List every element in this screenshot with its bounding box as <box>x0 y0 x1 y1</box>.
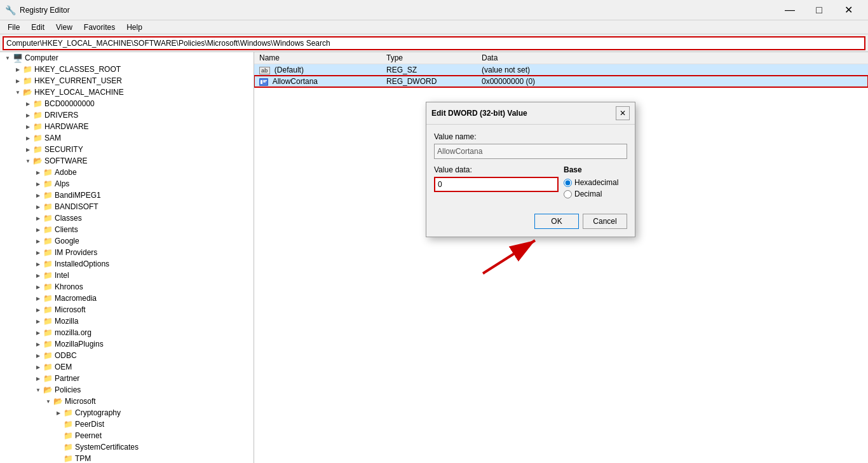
table-row[interactable]: AllowCortana REG_DWORD 0x00000000 (0) <box>254 76 868 87</box>
tree-item-mozillaplugins[interactable]: ▶ 📁 MozillaPlugins <box>0 338 254 350</box>
expand-security[interactable]: ▶ <box>23 144 33 155</box>
expand-google[interactable]: ▶ <box>33 236 43 246</box>
tree-item-mozillaorg[interactable]: ▶ 📁 mozilla.org <box>0 327 254 338</box>
expand-software[interactable]: ▼ <box>23 156 33 166</box>
tree-label-hklm: HKEY_LOCAL_MACHINE <box>34 88 124 97</box>
folder-icon-improviders: 📁 <box>43 248 53 257</box>
expand-hardware[interactable]: ▶ <box>23 121 33 132</box>
tree-item-bcd[interactable]: ▶ 📁 BCD00000000 <box>0 98 254 109</box>
menu-item-file[interactable]: File <box>3 22 25 33</box>
expand-hkcu[interactable]: ▶ <box>13 76 23 86</box>
expand-installedoptions[interactable]: ▶ <box>33 259 43 269</box>
value-data-input[interactable] <box>434 177 559 192</box>
expand-partner[interactable]: ▶ <box>33 373 43 384</box>
expand-clients[interactable]: ▶ <box>33 225 43 235</box>
address-input[interactable] <box>3 36 865 50</box>
cancel-button[interactable]: Cancel <box>583 214 627 229</box>
dialog-row: Value data: Base Hexadecimal Decimal <box>434 165 627 201</box>
tree-item-systemcerts[interactable]: ▶ 📁 SystemCertificates <box>0 441 254 453</box>
expand-odbc[interactable]: ▶ <box>33 350 43 361</box>
maximize-button[interactable]: □ <box>804 0 834 20</box>
tree-label-alps: Alps <box>55 179 69 188</box>
minimize-button[interactable]: — <box>775 0 804 20</box>
tree-item-mozilla[interactable]: ▶ 📁 Mozilla <box>0 315 254 327</box>
tree-item-security[interactable]: ▶ 📁 SECURITY <box>0 144 254 155</box>
expand-policies[interactable]: ▼ <box>33 385 43 395</box>
tree-item-drivers[interactable]: ▶ 📁 DRIVERS <box>0 109 254 121</box>
expand-computer[interactable]: ▼ <box>3 53 13 63</box>
tree-item-odbc[interactable]: ▶ 📁 ODBC <box>0 350 254 361</box>
folder-icon-intel: 📁 <box>43 271 53 280</box>
tree-item-adobe[interactable]: ▶ 📁 Adobe <box>0 167 254 178</box>
expand-mozillaorg[interactable]: ▶ <box>33 328 43 338</box>
tree-item-cryptography[interactable]: ▶ 📁 Cryptography <box>0 407 254 418</box>
tree-label-mozillaplugins: MozillaPlugins <box>55 340 104 349</box>
hexadecimal-radio[interactable] <box>564 179 572 187</box>
menu-item-favorites[interactable]: Favorites <box>79 22 120 33</box>
expand-pol-microsoft[interactable]: ▼ <box>43 396 53 406</box>
expand-cryptography[interactable]: ▶ <box>53 408 64 418</box>
expand-sam[interactable]: ▶ <box>23 133 33 143</box>
tree-item-clients[interactable]: ▶ 📁 Clients <box>0 224 254 235</box>
menu-item-edit[interactable]: Edit <box>26 22 50 33</box>
ok-button[interactable]: OK <box>534 214 579 229</box>
tree-item-hklm[interactable]: ▼ 📂 HKEY_LOCAL_MACHINE <box>0 86 254 98</box>
expand-mozillaplugins[interactable]: ▶ <box>33 339 43 349</box>
expand-bandisoft[interactable]: ▶ <box>33 202 43 212</box>
tree-item-classes[interactable]: ▶ 📁 Classes <box>0 212 254 224</box>
tree-label-oem: OEM <box>55 363 72 371</box>
tree-item-improviders[interactable]: ▶ 📁 IM Providers <box>0 247 254 258</box>
expand-adobe[interactable]: ▶ <box>33 167 43 177</box>
tree-label-bandisoft: BANDISOFT <box>55 202 98 211</box>
expand-alps[interactable]: ▶ <box>33 179 43 189</box>
tree-item-pol-microsoft[interactable]: ▼ 📂 Microsoft <box>0 396 254 407</box>
tree-item-khronos[interactable]: ▶ 📁 Khronos <box>0 281 254 293</box>
expand-macromedia[interactable]: ▶ <box>33 293 43 303</box>
menu-item-view[interactable]: View <box>51 22 78 33</box>
tree-item-policies[interactable]: ▼ 📂 Policies <box>0 384 254 396</box>
folder-icon-tpm: 📁 <box>64 454 73 463</box>
tree-item-sam[interactable]: ▶ 📁 SAM <box>0 132 254 144</box>
expand-bcd[interactable]: ▶ <box>23 99 33 109</box>
tree-label-mozilla: Mozilla <box>55 317 78 326</box>
expand-intel[interactable]: ▶ <box>33 270 43 280</box>
expand-hklm[interactable]: ▼ <box>13 87 23 97</box>
expand-oem[interactable]: ▶ <box>33 362 43 372</box>
dialog-close-button[interactable]: ✕ <box>616 106 630 120</box>
expand-hkcr[interactable]: ▶ <box>13 64 23 74</box>
decimal-radio[interactable] <box>564 190 572 198</box>
tree-item-tpm[interactable]: ▶ 📁 TPM <box>0 453 254 463</box>
expand-mozilla[interactable]: ▶ <box>33 316 43 326</box>
tree-item-installedoptions[interactable]: ▶ 📁 InstalledOptions <box>0 258 254 270</box>
expand-khronos[interactable]: ▶ <box>33 282 43 292</box>
expand-classes[interactable]: ▶ <box>33 213 43 223</box>
menu-item-help[interactable]: Help <box>121 22 147 33</box>
tree-item-hardware[interactable]: ▶ 📁 HARDWARE <box>0 121 254 132</box>
tree-item-macromedia[interactable]: ▶ 📁 Macromedia <box>0 293 254 304</box>
tree-item-oem[interactable]: ▶ 📁 OEM <box>0 361 254 373</box>
tree-item-peernet[interactable]: ▶ 📁 Peernet <box>0 430 254 441</box>
tree-label-microsoft: Microsoft <box>55 305 86 314</box>
expand-drivers[interactable]: ▶ <box>23 110 33 120</box>
tree-item-partner[interactable]: ▶ 📁 Partner <box>0 373 254 384</box>
tree-item-microsoft[interactable]: ▶ 📁 Microsoft <box>0 304 254 315</box>
tree-item-computer[interactable]: ▼ 🖥️ Computer <box>0 52 254 64</box>
tree-label-hkcr: HKEY_CLASSES_ROOT <box>34 65 121 74</box>
expand-bandimpeg1[interactable]: ▶ <box>33 190 43 200</box>
tree-item-hkcr[interactable]: ▶ 📁 HKEY_CLASSES_ROOT <box>0 64 254 75</box>
tree-item-alps[interactable]: ▶ 📁 Alps <box>0 178 254 190</box>
table-row[interactable]: ab (Default) REG_SZ (value not set) <box>254 64 868 76</box>
tree-item-peerdist[interactable]: ▶ 📁 PeerDist <box>0 418 254 430</box>
tree-item-hkcu[interactable]: ▶ 📁 HKEY_CURRENT_USER <box>0 75 254 86</box>
tree-item-intel[interactable]: ▶ 📁 Intel <box>0 270 254 281</box>
expand-improviders[interactable]: ▶ <box>33 247 43 258</box>
close-button[interactable]: ✕ <box>834 0 863 20</box>
tree-item-software[interactable]: ▼ 📂 SOFTWARE <box>0 155 254 167</box>
expand-microsoft[interactable]: ▶ <box>33 305 43 315</box>
folder-icon-hklm: 📂 <box>23 88 32 97</box>
tree-item-bandisoft[interactable]: ▶ 📁 BANDISOFT <box>0 201 254 212</box>
allowcortana-name: AllowCortana <box>273 77 318 86</box>
folder-icon-partner: 📁 <box>43 374 53 383</box>
tree-item-google[interactable]: ▶ 📁 Google <box>0 235 254 247</box>
tree-item-bandimpeg1[interactable]: ▶ 📁 BandiMPEG1 <box>0 190 254 201</box>
